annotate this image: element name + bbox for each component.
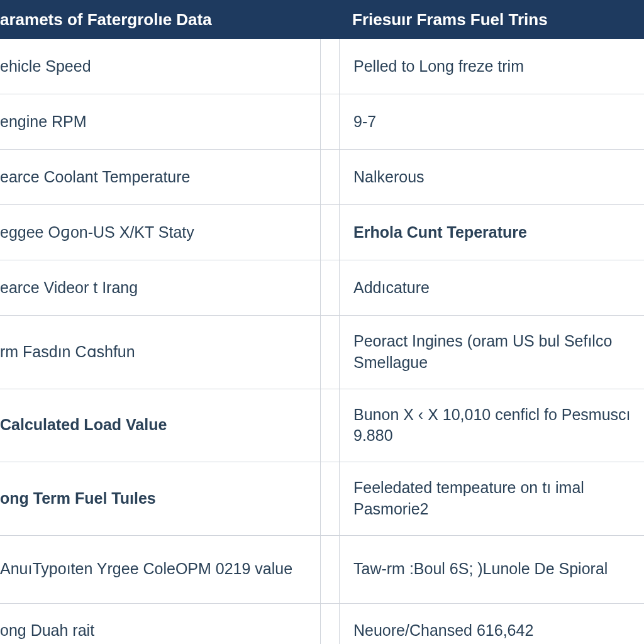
cell-right-text: Neuore/Chansed 616,642	[353, 620, 533, 641]
cell-left-text: Calculated Load Value	[0, 414, 167, 436]
cell-right: Neuore/Chansed 616,642	[340, 604, 644, 645]
header-right: Friesuır Frams Fuel Trins	[321, 0, 644, 39]
cell-left-text: rm Fasdın Cɑshfun	[0, 341, 135, 363]
header-left-text: aramets of Fatergrolıe Data	[0, 10, 212, 30]
cell-right: Feeledated tempeature on tı imal Pasmori…	[340, 462, 644, 535]
cell-left: earce Coolant Temperature	[0, 150, 321, 204]
cell-left: engine RPM	[0, 94, 321, 149]
cell-right-text: Bunon X ‹ X 10,010 cenficl fo Pesmuscı 9…	[353, 404, 636, 447]
cell-spacer	[321, 389, 340, 462]
cell-left-text: engine RPM	[0, 111, 87, 133]
cell-right-text: Addıcature	[353, 277, 430, 299]
cell-right: Addıcature	[340, 260, 644, 315]
cell-spacer	[321, 316, 340, 389]
cell-spacer	[321, 536, 340, 603]
cell-right: 9-7	[340, 94, 644, 149]
cell-right-text: 9-7	[353, 111, 376, 133]
cell-right: Pelled to Long freze trim	[340, 39, 644, 94]
data-table: aramets of Fatergrolıe Data Friesuır Fra…	[0, 0, 644, 644]
table-row: earce Coolant Temperature Nalkerous	[0, 150, 644, 205]
cell-left-text: eggee Oɡon-US X/KT Staty	[0, 222, 194, 243]
cell-left-text: ehicle Speed	[0, 56, 91, 77]
cell-left-text: ong Duah rait	[0, 620, 94, 641]
table-row: eggee Oɡon-US X/KT Staty Erhola Cunt Tep…	[0, 205, 644, 260]
cell-spacer	[321, 462, 340, 535]
cell-right-text: Taw-rm :Boul 6S; )Lunole De Spioral	[353, 558, 608, 580]
cell-spacer	[321, 94, 340, 149]
table-row: ehicle Speed Pelled to Long freze trim	[0, 39, 644, 94]
table-row: ong Term Fuel Tuıles Feeledated tempeatu…	[0, 462, 644, 536]
cell-right-text: Pelled to Long freze trim	[353, 56, 524, 77]
cell-left: Calculated Load Value	[0, 389, 321, 462]
cell-left-text: earce Coolant Temperature	[0, 167, 191, 188]
table-header-row: aramets of Fatergrolıe Data Friesuır Fra…	[0, 0, 644, 39]
table-row: ong Duah rait Neuore/Chansed 616,642	[0, 604, 644, 645]
cell-left: rm Fasdın Cɑshfun	[0, 316, 321, 389]
cell-left-text: ong Term Fuel Tuıles	[0, 488, 156, 509]
table-row: earce Videor t Irang Addıcature	[0, 260, 644, 316]
cell-right: Bunon X ‹ X 10,010 cenficl fo Pesmuscı 9…	[340, 389, 644, 462]
cell-spacer	[321, 39, 340, 94]
table-row: engine RPM 9-7	[0, 94, 644, 150]
cell-right-text: Nalkerous	[353, 167, 425, 188]
cell-left-text: AnuıTypoıten Yrgee ColeOPM 0219 value	[0, 558, 292, 580]
cell-left: AnuıTypoıten Yrgee ColeOPM 0219 value	[0, 536, 321, 603]
header-left: aramets of Fatergrolıe Data	[0, 0, 321, 39]
table-row: rm Fasdın Cɑshfun Peoract Ingines (oram …	[0, 316, 644, 389]
table-row: Calculated Load Value Bunon X ‹ X 10,010…	[0, 389, 644, 463]
cell-right-text: Feeledated tempeature on tı imal Pasmori…	[353, 477, 636, 520]
cell-left: ehicle Speed	[0, 39, 321, 94]
cell-left-text: earce Videor t Irang	[0, 277, 138, 299]
cell-spacer	[321, 205, 340, 260]
cell-right: Peoract Ingines (oram US bul Sefılco Sme…	[340, 316, 644, 389]
cell-left: earce Videor t Irang	[0, 260, 321, 315]
cell-right: Erhola Cunt Teperature	[340, 205, 644, 260]
table-row: AnuıTypoıten Yrgee ColeOPM 0219 value Ta…	[0, 536, 644, 604]
cell-right: Nalkerous	[340, 150, 644, 204]
cell-spacer	[321, 604, 340, 645]
cell-left: ong Term Fuel Tuıles	[0, 462, 321, 535]
cell-right-text: Peoract Ingines (oram US bul Sefılco Sme…	[353, 331, 636, 374]
cell-left: ong Duah rait	[0, 604, 321, 645]
cell-right: Taw-rm :Boul 6S; )Lunole De Spioral	[340, 536, 644, 603]
header-right-text: Friesuır Frams Fuel Trins	[352, 10, 548, 30]
cell-spacer	[321, 260, 340, 315]
cell-right-text: Erhola Cunt Teperature	[353, 222, 527, 243]
cell-spacer	[321, 150, 340, 204]
cell-left: eggee Oɡon-US X/KT Staty	[0, 205, 321, 260]
